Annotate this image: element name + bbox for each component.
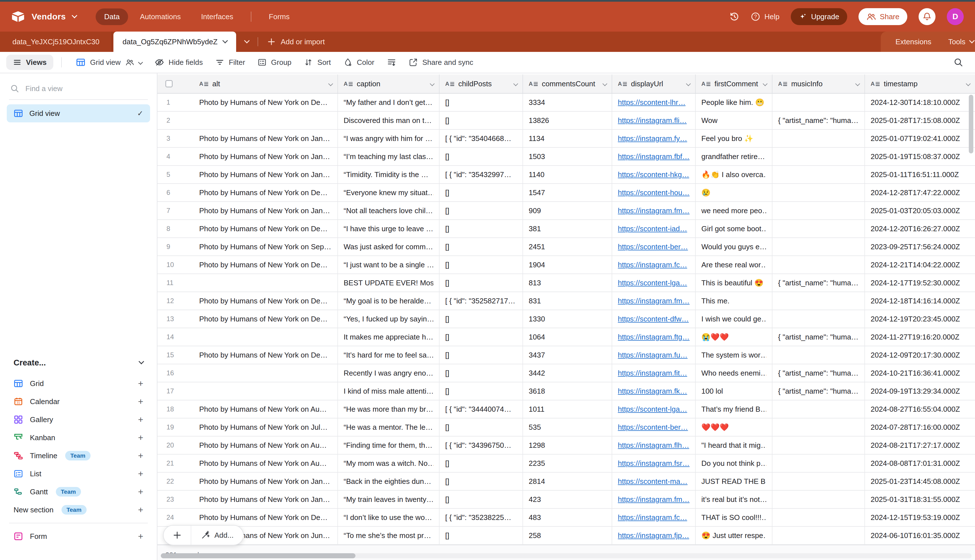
cell-commentsCount[interactable]: 3442 xyxy=(523,364,612,382)
cell-childPosts[interactable]: [] xyxy=(439,274,523,292)
views-button[interactable]: Views xyxy=(6,55,53,70)
cell-firstComment[interactable]: 😭❤️❤️ xyxy=(696,328,773,346)
cell-firstComment[interactable]: Are these real wor… xyxy=(696,256,773,273)
cell-firstComment[interactable]: Would you guys e… xyxy=(696,238,773,255)
sort-button[interactable]: Sort xyxy=(298,54,337,70)
sidebar-create-item-list[interactable]: List+ xyxy=(7,465,150,483)
cell-caption[interactable]: “Timidity. Timidity is the … xyxy=(338,166,439,183)
filter-button[interactable]: Filter xyxy=(209,54,251,70)
cell-firstComment[interactable]: Who needs enemi… xyxy=(696,364,773,382)
cell-caption[interactable]: “I was angry with him for … xyxy=(338,130,439,147)
cell-timestamp[interactable]: 2024-09-19T13:29:34.000Z xyxy=(865,382,975,400)
cell-timestamp[interactable]: 2024-11-27T19:16:20.000Z xyxy=(865,328,975,346)
cell-musicInfo[interactable]: { "artist_name": "huma… xyxy=(773,364,865,382)
cell-timestamp[interactable]: 2024-08-21T17:27:17.000Z xyxy=(865,437,975,454)
cell-displayUrl[interactable]: https://scontent-lga… xyxy=(612,400,696,418)
cell-alt[interactable]: Photo by Humans of New York on De… xyxy=(189,256,338,273)
cell-displayUrl[interactable]: https://instagram.fm… xyxy=(612,202,696,219)
cell-commentsCount[interactable]: 831 xyxy=(523,292,612,310)
cell-musicInfo[interactable]: { "artist_name": "huma… xyxy=(773,328,865,346)
history-icon[interactable] xyxy=(729,12,740,22)
cell-displayUrl[interactable]: https://instagram.flh… xyxy=(612,437,696,454)
cell-timestamp[interactable]: 2024-08-08T17:01:31.000Z xyxy=(865,455,975,472)
cell-musicInfo[interactable] xyxy=(773,292,865,310)
add-record-button[interactable] xyxy=(164,526,191,545)
tab-list-chevron[interactable] xyxy=(236,32,257,52)
cell-commentsCount[interactable]: 258 xyxy=(523,527,612,544)
add-view-plus-icon[interactable]: + xyxy=(138,531,143,542)
cell-childPosts[interactable]: [] xyxy=(439,220,523,237)
cell-childPosts[interactable]: [] xyxy=(439,473,523,490)
cell-caption[interactable]: “I don’t like to use the wo… xyxy=(338,509,439,526)
cell-caption[interactable]: I kind of miss male attenti… xyxy=(338,382,439,400)
cell-commentsCount[interactable]: 1134 xyxy=(523,130,612,147)
cell-displayUrl[interactable]: https://scontent-ma… xyxy=(612,473,696,490)
cell-musicInfo[interactable] xyxy=(773,491,865,508)
cell-timestamp[interactable]: 2024-12-30T14:18:10.000Z xyxy=(865,93,975,111)
column-header-displayUrl[interactable]: A displayUrl xyxy=(612,75,696,93)
cell-childPosts[interactable]: [ { "id": "352582717… xyxy=(439,292,523,310)
cell-timestamp[interactable]: 2023-09-25T17:56:24.000Z xyxy=(865,238,975,255)
cell-musicInfo[interactable]: { "artist_name": "huma… xyxy=(773,382,865,400)
column-header-musicInfo[interactable]: A musicInfo xyxy=(773,75,865,93)
cell-caption[interactable]: “My mom was a witch. No… xyxy=(338,455,439,472)
cell-childPosts[interactable]: [ { "id": "35432997… xyxy=(439,166,523,183)
cell-musicInfo[interactable] xyxy=(773,473,865,490)
nav-tab-forms[interactable]: Forms xyxy=(260,8,298,25)
workspace-switcher[interactable]: Vendors xyxy=(11,11,77,22)
cell-childPosts[interactable]: [] xyxy=(439,418,523,436)
cell-firstComment[interactable]: Feel you bro ✨ xyxy=(696,130,773,147)
cell-caption[interactable]: “I have this urge to leave … xyxy=(338,220,439,237)
cell-displayUrl[interactable]: https://scontent-hkg… xyxy=(612,166,696,183)
cell-childPosts[interactable]: [] xyxy=(439,346,523,364)
cell-timestamp[interactable]: 2025-01-19T15:08:37.000Z xyxy=(865,148,975,165)
cell-musicInfo[interactable] xyxy=(773,310,865,328)
cell-alt[interactable]: Photo by Humans of New York on De… xyxy=(189,292,338,310)
cell-commentsCount[interactable]: 3437 xyxy=(523,346,612,364)
cell-musicInfo[interactable] xyxy=(773,130,865,147)
cell-displayUrl[interactable]: https://scontent-lhr… xyxy=(612,93,696,111)
cell-caption[interactable]: “My father and I don’t get… xyxy=(338,93,439,111)
column-header-childPosts[interactable]: A childPosts xyxy=(439,75,523,93)
cell-musicInfo[interactable] xyxy=(773,166,865,183)
cell-displayUrl[interactable]: https://instagram.fy… xyxy=(612,130,696,147)
cell-displayUrl[interactable]: https://scontent-dfw… xyxy=(612,310,696,328)
cell-commentsCount[interactable]: 1904 xyxy=(523,256,612,273)
cell-commentsCount[interactable]: 13826 xyxy=(523,112,612,129)
cell-timestamp[interactable]: 2025-01-07T19:02:41.000Z xyxy=(865,130,975,147)
cell-timestamp[interactable]: 2025-01-23T14:45:08.000Z xyxy=(865,473,975,490)
column-menu-chevron-icon[interactable] xyxy=(763,82,768,86)
cell-firstComment[interactable]: Do you not think p… xyxy=(696,455,773,472)
cell-commentsCount[interactable]: 1298 xyxy=(523,437,612,454)
cell-displayUrl[interactable]: https://instagram.fm… xyxy=(612,292,696,310)
cell-childPosts[interactable]: [] xyxy=(439,202,523,219)
display-url-link[interactable]: https://scontent-ma… xyxy=(618,477,688,486)
display-url-link[interactable]: https://instagram.fc… xyxy=(618,513,687,522)
cell-firstComment[interactable]: I wish we could ge… xyxy=(696,310,773,328)
cell-childPosts[interactable]: [] xyxy=(439,328,523,346)
cell-musicInfo[interactable] xyxy=(773,509,865,526)
display-url-link[interactable]: https://scontent-dfw… xyxy=(618,315,689,323)
group-button[interactable]: Group xyxy=(251,54,298,70)
cell-firstComment[interactable]: it’s real but it’s not… xyxy=(696,491,773,508)
cell-childPosts[interactable]: [] xyxy=(439,256,523,273)
cell-caption[interactable]: “My train leaves in twenty… xyxy=(338,491,439,508)
cell-alt[interactable]: Photo by Humans of New York on Au… xyxy=(189,455,338,472)
display-url-link[interactable]: https://instagram.flh… xyxy=(618,441,689,450)
cell-timestamp[interactable]: 2024-12-15T19:53:19.000Z xyxy=(865,509,975,526)
cell-alt[interactable] xyxy=(189,112,338,129)
cell-timestamp[interactable]: 2025-01-03T20:05:03.000Z xyxy=(865,202,975,219)
column-menu-chevron-icon[interactable] xyxy=(603,82,608,86)
column-menu-chevron-icon[interactable] xyxy=(966,82,971,86)
share-button[interactable]: Share xyxy=(858,8,907,25)
cell-displayUrl[interactable]: https://scontent-ber… xyxy=(612,418,696,436)
cell-caption[interactable]: Discovered this man on t… xyxy=(338,112,439,129)
cell-displayUrl[interactable]: https://instagram.fk… xyxy=(612,382,696,400)
display-url-link[interactable]: https://scontent-ber… xyxy=(618,423,688,432)
cell-caption[interactable]: “It’s hard for me to feel sa… xyxy=(338,346,439,364)
cell-musicInfo[interactable] xyxy=(773,148,865,165)
cell-musicInfo[interactable] xyxy=(773,202,865,219)
cell-musicInfo[interactable] xyxy=(773,256,865,273)
cell-alt[interactable]: Photo by Humans of New York on De… xyxy=(189,346,338,364)
cell-childPosts[interactable]: [] xyxy=(439,364,523,382)
